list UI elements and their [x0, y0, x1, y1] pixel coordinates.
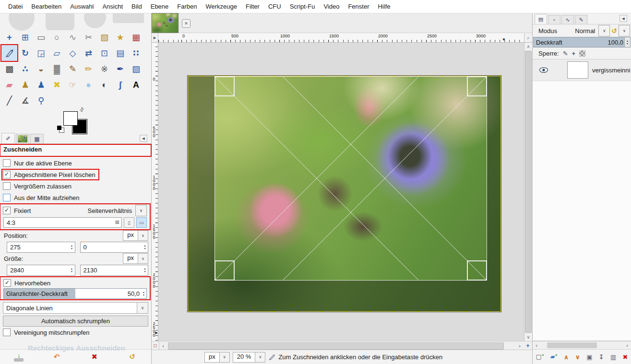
duplicate-layer-button[interactable]: ▣ [586, 353, 592, 361]
collapse-dock-icon[interactable]: ◀ [619, 15, 627, 22]
move-tool[interactable]: + [1, 29, 17, 45]
new-layer-button[interactable]: ▢+ [536, 353, 544, 360]
lock-pixels-icon[interactable]: ✎ [563, 50, 568, 57]
clear-icon[interactable]: ⊠ [115, 219, 119, 225]
scroll-right-icon[interactable]: › [623, 342, 631, 348]
paintbrush-tool[interactable]: ✎ [65, 61, 81, 77]
status-unit-dropdown[interactable]: px ∨ [204, 352, 230, 363]
crop-overlay[interactable] [188, 76, 500, 311]
smudge-tool[interactable]: ☞ [65, 77, 81, 93]
size-unit-dropdown[interactable]: px ∨ [123, 253, 148, 264]
position-unit-dropdown[interactable]: px ∨ [123, 230, 148, 241]
eraser-tool[interactable]: ▰ [1, 77, 17, 93]
image-tab[interactable] [152, 13, 179, 33]
status-zoom-dropdown[interactable]: 20 % ∨ [233, 352, 266, 363]
mode-extra-dropdown[interactable]: ∨ [619, 25, 630, 36]
menu-video[interactable]: Video [319, 1, 344, 12]
hervorheben-checkbox[interactable]: ✓ [3, 279, 11, 287]
pencil-tool[interactable]: ✏ [81, 61, 96, 77]
reset-mode-icon[interactable]: ↺ [611, 27, 617, 35]
zoom-follow-icon[interactable]: ⌕ [524, 33, 532, 42]
handle-transform-tool[interactable]: ∷ [128, 45, 144, 61]
layer-visibility-icon[interactable] [538, 67, 549, 73]
checkbox[interactable]: ✓ [3, 171, 11, 178]
delete-layer-button[interactable]: ✖ [622, 353, 628, 361]
select-by-color-tool[interactable]: ▦ [128, 29, 144, 45]
fixiert-checkbox[interactable]: ✓ [3, 207, 11, 214]
checkbox[interactable] [3, 194, 11, 201]
checkbox[interactable] [3, 159, 11, 167]
cage-transform-tool[interactable]: ∴ [17, 61, 33, 77]
close-image-icon[interactable]: ✕ [182, 19, 190, 28]
horizontal-scroll-thumb[interactable] [168, 342, 504, 350]
measure-tool[interactable]: ∡ [17, 93, 33, 108]
fuzzy-select-tool[interactable]: ★ [112, 29, 128, 45]
tab-brushes[interactable]: ✎ [575, 15, 587, 24]
opacity-slider[interactable]: Deckkraft 100,0 ▲▼ [533, 37, 631, 47]
save-options-button[interactable]: ↓ [12, 351, 25, 363]
menu-auswahl[interactable]: Auswahl [66, 1, 98, 12]
menu-bearbeiten[interactable]: Bearbeiten [27, 1, 66, 12]
ratio-input[interactable]: 4:3 ⊠ [3, 217, 122, 228]
ellipse-select-tool[interactable]: ○ [49, 29, 65, 45]
scroll-left-icon[interactable]: ‹ [159, 343, 167, 349]
lock-position-icon[interactable]: + [572, 50, 576, 57]
checkbox[interactable] [3, 182, 11, 190]
3d-transform-tool[interactable]: ▤ [112, 45, 128, 61]
menu-filter[interactable]: Filter [241, 1, 264, 12]
lower-layer-button[interactable]: ∨ [575, 353, 580, 361]
size-width-field[interactable]: 2840▲▼ [7, 265, 75, 276]
size-height-field[interactable]: 2130▲▼ [80, 265, 149, 276]
crop-tool[interactable] [1, 45, 17, 61]
rectangle-select-tool[interactable]: ▭ [33, 29, 49, 45]
menu-werkzeuge[interactable]: Werkzeuge [202, 1, 242, 12]
color-picker-tool[interactable]: ╱ [1, 93, 17, 108]
airbrush-tool[interactable]: ※ [96, 61, 112, 77]
heal-tool[interactable]: ✖ [49, 77, 65, 93]
reset-options-button[interactable]: ↺ [126, 351, 139, 363]
delete-options-button[interactable]: ✖ [88, 351, 101, 363]
scroll-up-icon[interactable]: ∧ [524, 43, 532, 50]
highlight-opacity-slider[interactable]: Glanzlichter-Deckkraft 50,0 ▲▼ [3, 288, 147, 299]
landscape-icon[interactable]: ▭ [136, 217, 147, 228]
new-group-button[interactable]: ▰+ [550, 353, 558, 360]
perspective-clone-tool[interactable]: ♟ [33, 77, 49, 93]
horizontal-scrollbar[interactable] [167, 342, 516, 349]
rotate-tool[interactable]: ↻ [17, 45, 33, 61]
menu-datei[interactable]: Datei [4, 1, 27, 12]
scroll-left-icon[interactable]: ‹ [533, 342, 540, 348]
tab-tool-options[interactable]: ✐ [1, 133, 15, 143]
zoom-tool[interactable]: ⚲ [33, 93, 49, 108]
scale-tool[interactable]: ◲ [33, 45, 49, 61]
scroll-down-icon[interactable]: ∨ [524, 333, 532, 341]
flip-tool[interactable]: ⇄ [81, 45, 96, 61]
merge-down-button[interactable]: ↧ [599, 353, 604, 361]
navigation-icon[interactable]: + [524, 342, 532, 349]
warp-transform-tool[interactable]: ▩ [1, 61, 17, 77]
tab-device-status[interactable]: ▦ [30, 134, 44, 143]
shrink-merged-checkbox[interactable] [3, 329, 11, 336]
menu-bild[interactable]: Bild [127, 1, 146, 12]
layer-mask-button[interactable]: ▥ [610, 353, 616, 361]
shear-tool[interactable]: ▱ [49, 45, 65, 61]
lock-alpha-icon[interactable] [579, 50, 585, 57]
menu-cfu[interactable]: CFU [264, 1, 286, 12]
quickmask-toggle-icon[interactable]: ▢ [152, 341, 159, 350]
position-x-field[interactable]: 275▲▼ [7, 242, 75, 253]
layer-row[interactable]: vergissmeinni [533, 59, 631, 81]
scissors-select-tool[interactable]: ✂ [81, 29, 96, 45]
mode-dropdown[interactable]: ∨ [598, 25, 610, 36]
alignment-tool[interactable]: ⊞ [17, 29, 33, 45]
scroll-right-icon[interactable]: › [516, 343, 524, 349]
vertical-scroll-thumb[interactable] [525, 51, 532, 333]
tab-channels[interactable]: ▫ [548, 15, 560, 24]
paths-tool[interactable]: ∫ [112, 77, 128, 93]
clone-tool[interactable]: ♟ [17, 77, 33, 93]
tab-image-thumbnail[interactable] [16, 134, 29, 143]
menu-hilfe[interactable]: Hilfe [373, 1, 394, 12]
restore-options-button[interactable]: ↶ [50, 351, 63, 363]
vertical-scrollbar[interactable]: ∧ ∨ [524, 43, 532, 341]
menu-ansicht[interactable]: Ansicht [98, 1, 127, 12]
bucket-fill-tool[interactable]: ◒ [33, 61, 49, 77]
perspective-tool[interactable]: ◇ [65, 45, 81, 61]
